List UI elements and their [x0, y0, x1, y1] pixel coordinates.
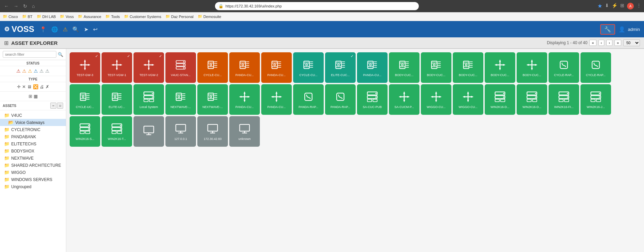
tree-item-v4uc[interactable]: 📁 V4UC — [0, 112, 66, 119]
tile-win2k16-j---[interactable]: WIN2K16-J... — [580, 84, 611, 115]
bookmark-customer[interactable]: 📁 Customer Systems — [124, 14, 161, 19]
tile-win2k16-fi---[interactable]: WIN2K16-FI... — [549, 84, 579, 115]
tree-item-bodyshox[interactable]: 📁 BODYSHOX — [0, 147, 66, 155]
tile-panda-rap---[interactable]: PANDA-RAP... — [325, 84, 356, 115]
search-button[interactable]: 🔍 — [58, 52, 63, 57]
star-icon[interactable]: ★ — [597, 3, 602, 10]
tile-cycle-cu---[interactable]: CYCLE-CU... — [197, 52, 228, 83]
extensions-icon[interactable]: ⚡ — [612, 3, 618, 10]
tile-unknown[interactable]: unknown — [229, 116, 260, 147]
bookmark-demo[interactable]: 📁 Demosuite — [198, 14, 221, 19]
tree-item-nextwave[interactable]: 📁 NEXTWAVE — [0, 155, 66, 162]
tile-127-0-0-1[interactable]: 127.0.0.1 — [165, 116, 196, 147]
tile-win2k16-t---[interactable]: WIN2K16-T... — [102, 116, 132, 147]
next-page-btn[interactable]: › — [606, 40, 612, 46]
type-x-icon[interactable]: ✕ — [22, 84, 26, 89]
tile-panda-cu---[interactable]: PANDA-CU... — [261, 52, 292, 83]
status-error-icon[interactable]: ⚠ — [16, 68, 21, 74]
first-page-btn[interactable]: « — [589, 40, 596, 46]
tile-body-cuc---[interactable]: BODY-CUC... — [453, 52, 483, 83]
url-bar[interactable]: 🔒 https://172.30.42.169/ui/index.php — [215, 2, 419, 10]
tile-test-vgw-2[interactable]: ✓ TEST-VGW-2 — [133, 52, 164, 83]
forward-btn[interactable]: → — [12, 3, 20, 10]
tree-item-ungrouped[interactable]: 📁 Ungrouped — [0, 183, 66, 190]
tab-icon[interactable]: ⊞ — [620, 3, 624, 10]
tile-cycle-uc---[interactable]: CYCLE-UC... — [70, 84, 100, 115]
tile-local-system[interactable]: Local System — [133, 84, 164, 115]
type-monitor-icon[interactable]: 🖥 — [27, 84, 32, 89]
search-icon[interactable]: 🔍 — [72, 26, 79, 33]
tile-nextwave----[interactable]: NEXTWAVE-... — [165, 84, 196, 115]
bookmark-assurance[interactable]: 📁 Assurance — [78, 14, 101, 19]
status-info-icon[interactable]: ⚠ — [34, 68, 38, 74]
tree-item-wiggo[interactable]: 📁 WIGGO — [0, 169, 66, 176]
tile-36[interactable] — [133, 116, 164, 147]
status-unknown-icon[interactable]: ⚠ — [39, 68, 44, 74]
user-menu[interactable]: 👤 admin — [619, 26, 640, 33]
bookmark-tools[interactable]: 📁 Tools — [105, 14, 120, 19]
tile-nextwave----[interactable]: NEXTWAVE-... — [197, 84, 228, 115]
tile-panda-cu---[interactable]: PANDA-CU... — [261, 84, 292, 115]
tile-cycle-cu---[interactable]: CYCLE-CU... — [293, 52, 324, 83]
download-icon[interactable]: ⬇ — [605, 3, 609, 10]
wrench-button[interactable]: 🔧 — [600, 24, 615, 35]
type-cross-icon[interactable]: ✛ — [17, 84, 21, 89]
tree-item-elitetechs[interactable]: 📁 ELITETECHS — [0, 140, 66, 147]
tree-item-pandabank[interactable]: 📁 PANDABANK — [0, 133, 66, 140]
tile-elite-cuc---[interactable]: ✓ ELITE-CUC... — [325, 52, 356, 83]
tile-wiggo-cu---[interactable]: WIGGO-CU... — [421, 84, 451, 115]
collapse-all-btn[interactable]: − — [50, 103, 56, 109]
tile-win2k16-s---[interactable]: WIN2K16-S... — [70, 116, 100, 147]
tile-v4uc-stan---[interactable]: V4UC-STAN... — [165, 52, 196, 83]
tile-panda-rap---[interactable]: PANDA-RAP... — [293, 84, 324, 115]
tile-wiggo-cu---[interactable]: WIGGO-CU... — [453, 84, 483, 115]
prev-page-btn[interactable]: ‹ — [598, 40, 605, 46]
type-server-icon[interactable]: ⊞ — [29, 94, 32, 99]
tile-sa-cuc-pub[interactable]: SA-CUC-PUB — [357, 84, 388, 115]
tree-item-voice-gateways[interactable]: 📂 Voice Gateways — [0, 119, 66, 126]
tree-item-shared-arch[interactable]: 📁 SHARED ARCHITECTURE — [0, 162, 66, 169]
status-ok-icon[interactable]: ⚠ — [45, 68, 50, 74]
undo-icon[interactable]: ↩ — [93, 26, 97, 33]
status-warning-icon[interactable]: ⚠ — [22, 68, 26, 74]
tile-body-cuc---[interactable]: BODY-CUC... — [421, 52, 451, 83]
type-desktop-icon[interactable]: 🖨 — [40, 84, 44, 89]
tile-sa-cucm-p---[interactable]: SA-CUCM-P... — [389, 84, 419, 115]
tile-panda-cu---[interactable]: PANDA-CU... — [229, 52, 260, 83]
bookmark-daz[interactable]: 📁 Daz Personal — [165, 14, 194, 19]
tile-win2k16-d---[interactable]: WIN2K16-D... — [517, 84, 547, 115]
tile-cycle-rap---[interactable]: CYCLE-RAP... — [580, 52, 611, 83]
tree-item-windows-servers[interactable]: 📁 WINDOWS SERVERS — [0, 176, 66, 183]
tile-body-cuc---[interactable]: BODY-CUC... — [485, 52, 515, 83]
menu-icon[interactable]: ⋮ — [637, 3, 641, 10]
expand-all-btn[interactable]: ○ — [57, 103, 63, 109]
bookmark-dhlab[interactable]: 📁 DH LAB — [37, 14, 56, 19]
tile-body-cuc---[interactable]: BODY-CUC... — [517, 52, 547, 83]
tile-cycle-rap---[interactable]: CYCLE-RAP... — [549, 52, 579, 83]
forward-arrow-icon[interactable]: ➤ — [84, 26, 88, 33]
tile-win2k16-d---[interactable]: WIN2K16-D... — [485, 84, 515, 115]
globe-icon[interactable]: 🌐 — [51, 26, 58, 33]
type-slash-icon[interactable]: ✗ — [46, 84, 49, 89]
tile-test-vgw-1[interactable]: ✓ TEST-VGW-1 — [102, 52, 132, 83]
home-btn[interactable]: ⌂ — [31, 3, 36, 10]
bookmark-cisco[interactable]: 📁 Cisco — [3, 14, 18, 19]
type-table-icon[interactable]: ▦ — [34, 94, 38, 99]
tile-test-gw-3[interactable]: ✓ TEST-GW-3 — [70, 52, 100, 83]
tile-panda-cu---[interactable]: PANDA-CU... — [357, 52, 388, 83]
alert-icon[interactable]: ⚠ — [63, 26, 68, 33]
back-btn[interactable]: ← — [3, 3, 10, 10]
search-input[interactable] — [3, 51, 56, 58]
tree-item-cycletronic[interactable]: 📁 CYCLETRONIC — [0, 126, 66, 133]
last-page-btn[interactable]: » — [614, 40, 621, 46]
status-minor-icon[interactable]: ⚠ — [28, 68, 32, 74]
type-network-icon[interactable]: 🔀 — [33, 84, 38, 89]
tile-elite-uc---[interactable]: ELITE-UC... — [102, 84, 132, 115]
profile-icon[interactable]: A — [627, 3, 634, 10]
location-icon[interactable]: 📍 — [40, 26, 47, 33]
refresh-btn[interactable]: ↻ — [22, 3, 29, 10]
page-size-select[interactable]: 50 25 100 — [623, 39, 640, 46]
tile-172-30-42-83[interactable]: 172.30.42.83 — [197, 116, 228, 147]
bookmark-voss[interactable]: 📁 Voss — [60, 14, 74, 19]
tile-panda-cu---[interactable]: PANDA-CU... — [229, 84, 260, 115]
